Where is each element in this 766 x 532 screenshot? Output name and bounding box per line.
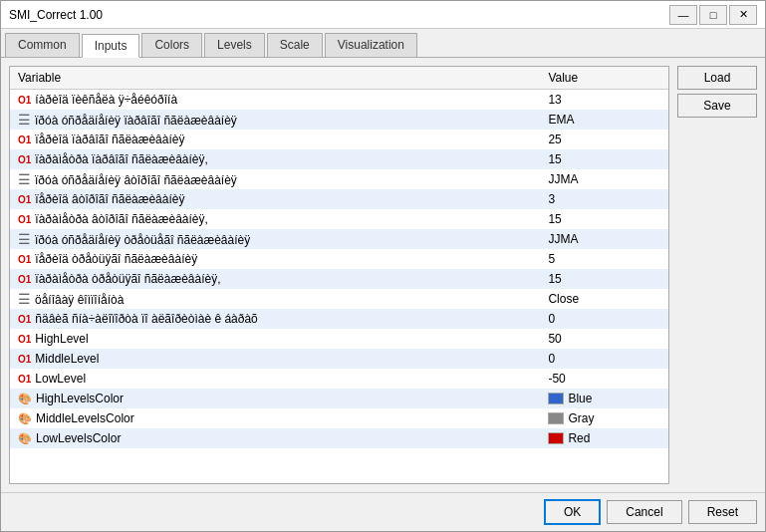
tab-bar: Common Inputs Colors Levels Scale Visual… bbox=[1, 29, 765, 58]
o1-icon: O1 bbox=[18, 254, 31, 265]
variable-name: HighLevel bbox=[35, 332, 88, 346]
color-label: Gray bbox=[568, 411, 594, 425]
variable-name: öåíîâàÿ êîìïîíåíòà bbox=[35, 293, 124, 307]
variable-name: ïðóà óñðåäíåíèÿ òðåòüåãî ñãëàæèâàíèÿ bbox=[35, 233, 250, 247]
table-row[interactable]: O1ïåðèîä ïàðâîãî ñãëàæèâàíèÿ25 bbox=[10, 130, 668, 149]
value-cell: 3 bbox=[540, 189, 668, 209]
palette-icon: 🎨 bbox=[18, 412, 32, 424]
tab-scale[interactable]: Scale bbox=[267, 33, 323, 57]
load-button[interactable]: Load bbox=[677, 66, 757, 90]
variable-cell: ☰ïðóà óñðåäíåíèÿ âòîðîãî ñãëàæèâàíèÿ bbox=[10, 169, 540, 189]
variable-name: ñäâèã ñíà÷àëîïîðòà ïî àëãîðèòìàè ê áàðàõ bbox=[35, 312, 257, 326]
o1-icon: O1 bbox=[18, 374, 31, 385]
list-icon: ☰ bbox=[18, 171, 31, 187]
value-cell: 50 bbox=[540, 329, 668, 349]
tab-common[interactable]: Common bbox=[5, 33, 80, 57]
table-row[interactable]: ☰öåíîâàÿ êîìïîíåíòàClose bbox=[10, 289, 668, 309]
variable-name: LowLevel bbox=[35, 372, 86, 386]
variable-cell: 🎨HighLevelsColor bbox=[10, 389, 540, 408]
table-row[interactable]: O1LowLevel-50 bbox=[10, 369, 668, 389]
tab-colors[interactable]: Colors bbox=[141, 33, 202, 57]
list-icon: ☰ bbox=[18, 291, 31, 307]
table-row[interactable]: 🎨LowLevelsColorRed bbox=[10, 428, 668, 448]
value-cell: JJMA bbox=[540, 229, 668, 249]
variable-cell: ☰ïðóà óñðåäíåíèÿ ïàðâîãî ñãëàæèâàíèÿ bbox=[10, 110, 540, 130]
variable-cell: 🎨MiddleLevelsColor bbox=[10, 408, 540, 428]
reset-button[interactable]: Reset bbox=[688, 500, 757, 524]
minimize-button[interactable]: — bbox=[669, 5, 697, 25]
variable-cell: O1MiddleLevel bbox=[10, 349, 540, 369]
table-row[interactable]: 🎨MiddleLevelsColorGray bbox=[10, 408, 668, 428]
table-row[interactable]: O1íàðèîä ïèêñåëà ÿ÷åéêóðîíà13 bbox=[10, 90, 668, 110]
o1-icon: O1 bbox=[18, 134, 31, 145]
value-cell: Close bbox=[540, 289, 668, 309]
value-cell: -50 bbox=[540, 369, 668, 389]
o1-icon: O1 bbox=[18, 154, 31, 165]
window-title: SMI_Correct 1.00 bbox=[9, 8, 103, 22]
table-row[interactable]: ☰ïðóà óñðåäíåíèÿ ïàðâîãî ñãëàæèâàíèÿEMA bbox=[10, 110, 668, 130]
title-bar: SMI_Correct 1.00 — □ ✕ bbox=[1, 1, 765, 29]
table-row[interactable]: O1MiddleLevel0 bbox=[10, 349, 668, 369]
table-row[interactable]: O1ïàðàìåòðà âòîðîãî ñãëàæèâàíèÿ,15 bbox=[10, 209, 668, 229]
palette-icon: 🎨 bbox=[18, 432, 32, 444]
o1-icon: O1 bbox=[18, 314, 31, 325]
cancel-button[interactable]: Cancel bbox=[607, 500, 681, 524]
variable-cell: ☰öåíîâàÿ êîìïîíåíòà bbox=[10, 289, 540, 309]
table-row[interactable]: ☰ïðóà óñðåäíåíèÿ âòîðîãî ñãëàæèâàíèÿJJMA bbox=[10, 169, 668, 189]
table-row[interactable]: O1ñäâèã ñíà÷àëîïîðòà ïî àëãîðèòìàè ê áàð… bbox=[10, 309, 668, 329]
value-cell: 15 bbox=[540, 269, 668, 289]
value-cell: Red bbox=[540, 428, 668, 448]
o1-icon: O1 bbox=[18, 354, 31, 365]
variable-cell: O1ïåðèîä òðåòüÿãî ñãëàæèâàíèÿ bbox=[10, 249, 540, 269]
list-icon: ☰ bbox=[18, 112, 31, 128]
content-area: Variable Value O1íàðèîä ïèêñåëà ÿ÷åéêóðî… bbox=[1, 58, 765, 492]
table-row[interactable]: O1HighLevel50 bbox=[10, 329, 668, 349]
value-cell: 25 bbox=[540, 130, 668, 149]
value-cell: Blue bbox=[540, 389, 668, 408]
ok-button[interactable]: OK bbox=[544, 499, 601, 525]
save-button[interactable]: Save bbox=[677, 94, 757, 118]
variable-name: HighLevelsColor bbox=[36, 392, 124, 405]
variable-name: MiddleLevel bbox=[35, 352, 99, 366]
value-cell: 0 bbox=[540, 349, 668, 369]
table-row[interactable]: O1ïàðàìåòðà ïàðâîãî ñãëàæèâàíèÿ,15 bbox=[10, 149, 668, 169]
table-row[interactable]: ☰ïðóà óñðåäíåíèÿ òðåòüåãî ñãëàæèâàíèÿJJM… bbox=[10, 229, 668, 249]
main-window: SMI_Correct 1.00 — □ ✕ Common Inputs Col… bbox=[0, 0, 766, 532]
table-row[interactable]: O1ïåðèîä âòîðîãî ñãëàæèâàíèÿ3 bbox=[10, 189, 668, 209]
table-row[interactable]: O1ïàðàìåòðà òðåòüÿãî ñãëàæèâàíèÿ,15 bbox=[10, 269, 668, 289]
value-header: Value bbox=[540, 67, 668, 90]
table-row[interactable]: 🎨HighLevelsColorBlue bbox=[10, 389, 668, 408]
window-controls: — □ ✕ bbox=[669, 5, 757, 25]
variable-cell: 🎨LowLevelsColor bbox=[10, 428, 540, 448]
variable-name: ïåðèîä ïàðâîãî ñãëàæèâàíèÿ bbox=[35, 133, 184, 146]
variable-cell: O1ïàðàìåòðà òðåòüÿãî ñãëàæèâàíèÿ, bbox=[10, 269, 540, 289]
bottom-bar: OK Cancel Reset bbox=[1, 492, 765, 531]
list-icon: ☰ bbox=[18, 231, 31, 247]
variable-name: ïðóà óñðåäíåíèÿ âòîðîãî ñãëàæèâàíèÿ bbox=[35, 173, 237, 187]
parameters-table: Variable Value O1íàðèîä ïèêñåëà ÿ÷åéêóðî… bbox=[10, 67, 668, 448]
tab-levels[interactable]: Levels bbox=[204, 33, 265, 57]
color-swatch bbox=[548, 432, 564, 444]
table-row[interactable]: O1ïåðèîä òðåòüÿãî ñãëàæèâàíèÿ5 bbox=[10, 249, 668, 269]
variable-header: Variable bbox=[10, 67, 540, 90]
value-cell: 15 bbox=[540, 209, 668, 229]
o1-icon: O1 bbox=[18, 214, 31, 225]
color-label: Blue bbox=[568, 392, 592, 405]
variable-name: ïðóà óñðåäíåíèÿ ïàðâîãî ñãëàæèâàíèÿ bbox=[35, 114, 237, 128]
o1-icon: O1 bbox=[18, 274, 31, 285]
sidebar-buttons: Load Save bbox=[677, 66, 757, 484]
close-button[interactable]: ✕ bbox=[729, 5, 757, 25]
maximize-button[interactable]: □ bbox=[699, 5, 727, 25]
variable-cell: O1ïåðèîä âòîðîãî ñãëàæèâàíèÿ bbox=[10, 189, 540, 209]
variable-cell: O1íàðèîä ïèêñåëà ÿ÷åéêóðîíà bbox=[10, 90, 540, 110]
o1-icon: O1 bbox=[18, 95, 31, 106]
variable-cell: O1ïàðàìåòðà âòîðîãî ñãëàæèâàíèÿ, bbox=[10, 209, 540, 229]
value-cell: 0 bbox=[540, 309, 668, 329]
variable-cell: ☰ïðóà óñðåäíåíèÿ òðåòüåãî ñãëàæèâàíèÿ bbox=[10, 229, 540, 249]
color-swatch bbox=[548, 393, 564, 404]
tab-visualization[interactable]: Visualization bbox=[325, 33, 417, 57]
tab-inputs[interactable]: Inputs bbox=[82, 34, 140, 58]
palette-icon: 🎨 bbox=[18, 393, 32, 404]
color-label: Red bbox=[568, 431, 590, 445]
value-cell: 5 bbox=[540, 249, 668, 269]
